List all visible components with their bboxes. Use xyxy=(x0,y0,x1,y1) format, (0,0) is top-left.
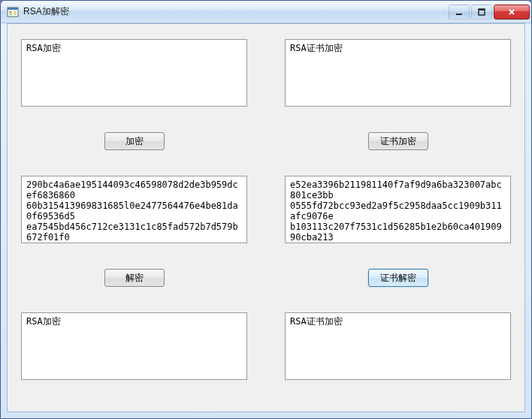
decrypt-button-row-left: 解密 xyxy=(21,269,247,303)
client-area: 加密 证书加密 解密 证书解密 xyxy=(7,23,525,412)
rsa-cert-plain-input[interactable] xyxy=(285,39,511,107)
titlebar: RSA加解密 xyxy=(1,1,531,23)
rsa-cert-cipher-output[interactable] xyxy=(285,176,511,243)
window-controls xyxy=(449,5,530,20)
minimize-icon xyxy=(455,8,464,17)
svg-rect-4 xyxy=(14,11,17,15)
rsa-cert-plain-output[interactable] xyxy=(285,312,511,380)
svg-rect-7 xyxy=(479,9,485,11)
app-icon xyxy=(7,6,19,18)
cert-encrypt-button[interactable]: 证书加密 xyxy=(368,132,428,150)
maximize-button[interactable] xyxy=(471,5,492,20)
close-button[interactable] xyxy=(494,5,530,20)
decrypt-button[interactable]: 解密 xyxy=(104,269,165,287)
app-window: RSA加解密 加密 证书加密 解密 xyxy=(0,0,532,419)
svg-rect-2 xyxy=(9,11,12,13)
rsa-plain-output[interactable] xyxy=(21,312,247,380)
encrypt-button-row-right: 证书加密 xyxy=(285,132,511,167)
rsa-cipher-output[interactable] xyxy=(21,176,247,243)
encrypt-button[interactable]: 加密 xyxy=(104,132,165,150)
svg-rect-5 xyxy=(456,14,462,15)
svg-rect-3 xyxy=(9,14,12,15)
window-title: RSA加解密 xyxy=(23,5,449,18)
minimize-button[interactable] xyxy=(449,5,470,20)
encrypt-button-row-left: 加密 xyxy=(21,132,247,167)
rsa-plain-input[interactable] xyxy=(21,39,247,107)
maximize-icon xyxy=(477,8,486,17)
close-icon xyxy=(507,8,516,17)
decrypt-button-row-right: 证书解密 xyxy=(285,269,511,303)
svg-rect-1 xyxy=(8,8,18,10)
cert-decrypt-button[interactable]: 证书解密 xyxy=(368,269,428,287)
